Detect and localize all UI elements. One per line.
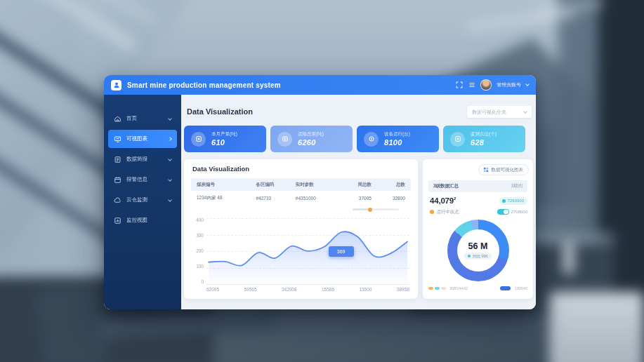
table-header-cell: 煤炭编号	[191, 182, 251, 188]
stat-card-label: 运输总量(吨)	[298, 131, 324, 138]
summary-total-sup: 2	[454, 196, 456, 201]
menu-list-icon[interactable]	[468, 81, 475, 89]
legend-note: 3080/4442	[449, 286, 468, 290]
toggle-value: 2708000	[511, 210, 527, 214]
status-label: 运行中状态	[437, 209, 460, 215]
stat-card-label: 监测点位(个)	[471, 131, 497, 138]
header-actions: 管理员账号	[455, 79, 529, 90]
status-toggle[interactable]	[497, 209, 509, 215]
summary-subheader: 3级数据汇总 3期间	[428, 180, 527, 192]
stat-card-transport[interactable]: 运输总量(吨) 6260	[270, 126, 353, 152]
cyan-dot-icon	[502, 199, 506, 203]
app-title: Smart mine production management system	[127, 81, 281, 89]
page-title: Data Visualization	[187, 107, 253, 116]
x-tick: 38958	[397, 287, 409, 292]
document-icon	[114, 156, 121, 163]
x-tick: 342008	[282, 287, 297, 292]
table-cell: 1234内蒙 48	[191, 195, 251, 201]
screen: Smart mine production management system …	[0, 0, 644, 362]
table-cell: 37005	[339, 196, 376, 201]
app-logo-icon	[111, 80, 121, 90]
trend-chart: 400 300 200 100 0	[191, 218, 409, 294]
sidebar-item-label: 监控视图	[126, 217, 147, 224]
table-header-cell: 总数	[376, 182, 411, 188]
sidebar-item-monitor-view[interactable]: 监控视图	[108, 211, 177, 229]
stat-card-production[interactable]: 本月产量(吨) 610	[184, 126, 266, 152]
chevron-down-icon	[168, 177, 172, 182]
legend-group-left: 3080/4442	[428, 286, 468, 290]
summary-status-row: 运行中状态 2708000	[430, 208, 527, 215]
stat-card-label: 本月产量(吨)	[211, 131, 237, 138]
x-tick: 59565	[244, 287, 256, 292]
sidebar-item-label: 报警信息	[126, 176, 147, 183]
trend-line-svg	[206, 218, 409, 284]
status-item: 运行中状态	[430, 209, 459, 215]
chevron-down-icon	[523, 109, 527, 114]
sidebar-nav: 首页 可视图表 数据简报 报警信息 云仓监测	[104, 95, 181, 309]
table-cell: 32800	[376, 196, 411, 201]
sidebar-item-data-brief[interactable]: 数据简报	[108, 150, 177, 168]
cyan-badge: 7260000	[499, 197, 527, 205]
donut-center-badge: 同比 996	[464, 253, 491, 260]
x-tick: 15586	[322, 287, 334, 292]
user-avatar[interactable]	[480, 79, 492, 90]
stat-card-cube-icon	[191, 132, 206, 147]
filter-dropdown-value: 数据可视化分类	[472, 109, 524, 116]
table-cell: #42733	[251, 196, 290, 201]
stat-card-equipment[interactable]: 设备运行(台) 8100	[357, 126, 439, 152]
trend-chart-plot: 369	[206, 218, 409, 284]
fullscreen-icon[interactable]	[455, 81, 463, 89]
orange-dot-icon	[430, 210, 434, 214]
x-tick: 62095	[206, 287, 219, 292]
donut-center-value: 56 M	[468, 241, 488, 251]
table-cell: #4351000	[290, 196, 339, 201]
sidebar-item-label: 数据简报	[126, 156, 147, 163]
stat-card-truck-icon	[277, 132, 292, 147]
teal-dot-icon	[468, 255, 471, 257]
cyan-badge-value: 7260000	[508, 199, 524, 203]
sidebar-item-label: 首页	[126, 115, 137, 122]
chevron-down-icon	[168, 157, 172, 161]
stat-card-sensors[interactable]: 监测点位(个) 628	[443, 126, 525, 152]
toggle-knob	[504, 210, 508, 215]
legend-swatch-cyan	[435, 287, 440, 290]
scrollbar-handle[interactable]	[368, 208, 372, 212]
filter-dropdown[interactable]: 数据可视化分类	[467, 106, 532, 118]
table-header-cell: 各区编码	[251, 182, 290, 188]
table-row[interactable]: 1234内蒙 48 #42733 #4351000 37005 32800	[191, 192, 411, 205]
legend-swatch-orange	[428, 287, 433, 290]
user-menu-chevron-icon[interactable]	[525, 82, 530, 86]
table-scrollbar[interactable]	[353, 208, 399, 210]
table-header-row: 煤炭编号 各区编码 实时参数 周总数 总数	[191, 178, 411, 191]
chart-monitor-icon	[114, 135, 121, 143]
sidebar-item-visual-charts[interactable]: 可视图表	[108, 130, 177, 148]
sidebar-item-home[interactable]: 首页	[108, 109, 177, 128]
legend-swatch-peach	[441, 287, 446, 290]
donut-legend: 3080/4442 130943	[428, 286, 527, 290]
chevron-down-icon	[168, 116, 172, 121]
chevron-down-icon	[168, 198, 172, 202]
legend-value: 130943	[515, 286, 527, 290]
table-header-cell: 实时参数	[290, 182, 339, 188]
grid-chart-icon	[483, 167, 489, 173]
home-icon	[114, 115, 121, 123]
x-tick: 13500	[359, 287, 372, 292]
y-tick: 300	[196, 234, 204, 238]
sidebar-item-cloud-monitor[interactable]: 云仓监测	[108, 191, 177, 209]
summary-subheader-title: 3级数据汇总	[433, 183, 459, 189]
sidebar-item-alarm-info[interactable]: 报警信息	[108, 170, 177, 189]
visualization-panel: Data Visualization 煤炭编号 各区编码 实时参数 周总数 总数…	[184, 159, 418, 299]
detail-chart-button[interactable]: 数据可视化图表	[478, 164, 530, 175]
summary-total-value: 44,0792	[430, 196, 456, 205]
chart-gridline	[206, 284, 409, 285]
user-name[interactable]: 管理员账号	[497, 81, 521, 88]
sidebar-item-label: 云仓监测	[126, 196, 147, 203]
stat-card-value: 610	[211, 138, 237, 147]
stat-card-camera-icon	[450, 132, 465, 147]
legend-swatch-blue	[500, 286, 511, 290]
stat-card-value: 8100	[384, 138, 410, 147]
main-content: Data Visualization 数据可视化分类 本月产量(吨) 610	[181, 95, 536, 309]
y-tick: 200	[196, 249, 204, 253]
summary-subheader-period: 3期间	[511, 183, 523, 189]
table-header-cell: 周总数	[339, 182, 376, 188]
